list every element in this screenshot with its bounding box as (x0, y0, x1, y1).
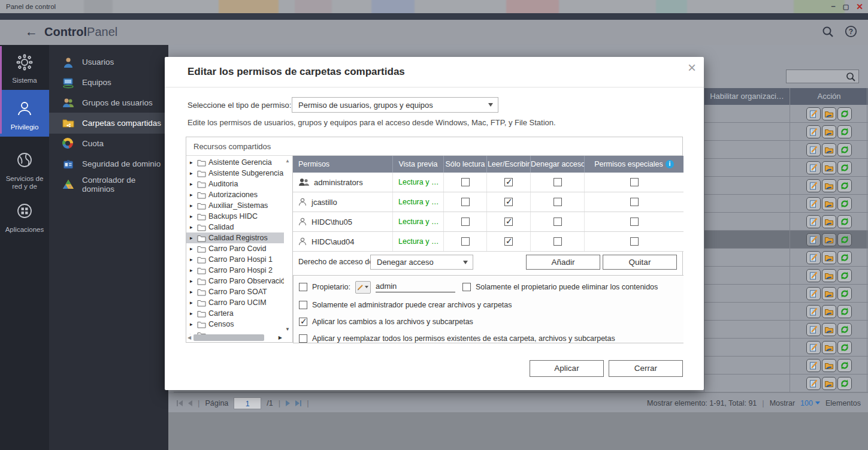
tree-item[interactable]: ▸ Backups HIDC (186, 211, 284, 222)
edit-properties-button[interactable] (806, 341, 821, 354)
tree-item[interactable]: ▸ Carro Paro Hospi 1 (186, 254, 284, 265)
preview-link[interactable]: Lectura y … (398, 218, 438, 226)
read-only-checkbox[interactable] (461, 198, 470, 206)
expander-icon[interactable]: ▸ (190, 278, 195, 284)
remove-button[interactable]: Quitar (603, 255, 677, 270)
expander-icon[interactable]: ▸ (190, 321, 195, 327)
apply-replace-checkbox[interactable] (299, 334, 307, 343)
tree-item[interactable]: ▸ Auditoria (186, 179, 284, 189)
tree-item[interactable]: ▸ Calidad (186, 222, 284, 232)
sidebar-item-seguridad[interactable]: Seguridad de dominio (49, 153, 168, 174)
tree-item[interactable]: ▸ Asistente Subgerencia Cie (186, 168, 284, 179)
sidebar-item-privilegio[interactable]: Privilegio (0, 90, 49, 137)
special-permissions-checkbox[interactable] (630, 198, 639, 206)
sidebar-item-usuarios[interactable]: Usuarios (49, 52, 168, 73)
search-icon[interactable] (822, 26, 834, 40)
refresh-button[interactable] (837, 125, 852, 138)
permission-row-administrators[interactable]: administrators Lectura y … (293, 173, 683, 192)
tree-item[interactable]: ▸ Carro Paro SOAT (186, 286, 284, 297)
expander-icon[interactable]: ▸ (190, 300, 195, 306)
maximize-button[interactable]: ▢ (843, 0, 849, 13)
owner-checkbox[interactable] (299, 283, 307, 291)
deny-access-checkbox[interactable] (554, 178, 562, 186)
owner-only-delete-checkbox[interactable] (462, 283, 471, 291)
edit-properties-button[interactable] (806, 323, 821, 336)
edit-shared-folder-permissions-button[interactable] (822, 143, 836, 156)
close-dialog-button[interactable]: Cerrar (609, 360, 683, 377)
scroll-left-icon[interactable]: ◀ (187, 335, 191, 340)
read-write-checkbox[interactable] (504, 178, 513, 186)
edit-properties-button[interactable] (806, 377, 821, 390)
add-button[interactable]: Añadir (526, 255, 600, 270)
permission-type-select[interactable]: Permiso de usuarios, grupos y equipos (292, 97, 498, 113)
special-permissions-checkbox[interactable] (630, 237, 639, 246)
expander-icon[interactable]: ▸ (190, 289, 195, 295)
edit-properties-button[interactable] (806, 125, 821, 138)
special-permissions-checkbox[interactable] (630, 218, 639, 226)
tree-item[interactable]: ▸ Carro Paro Observación (186, 276, 284, 286)
refresh-button[interactable] (837, 161, 852, 174)
refresh-button[interactable] (837, 287, 852, 300)
edit-shared-folder-permissions-button[interactable] (822, 287, 836, 300)
tree-item[interactable]: ▸ Carro Paro UCIM (186, 297, 284, 308)
refresh-button[interactable] (837, 107, 852, 120)
tree-item[interactable]: ▸ Censos (186, 319, 284, 330)
edit-properties-button[interactable] (806, 107, 821, 120)
edit-properties-button[interactable] (806, 359, 821, 372)
permission-row-hidc-thu05[interactable]: HIDC\thu05 Lectura y … (293, 212, 683, 232)
edit-shared-folder-permissions-button[interactable] (822, 179, 836, 192)
tree-item[interactable]: ▸ Cartera (186, 308, 284, 319)
edit-shared-folder-permissions-button[interactable] (822, 341, 836, 354)
page-number-input[interactable]: 1 (234, 397, 261, 409)
deny-access-checkbox[interactable] (554, 198, 562, 206)
tree-item[interactable]: ▸ Auxiliar_Sistemas (186, 200, 284, 211)
first-page-button[interactable] (177, 400, 183, 406)
deny-access-checkbox[interactable] (554, 218, 562, 226)
column-header-habilitar[interactable]: Habilitar organizaci… (704, 88, 790, 105)
tree-vertical-scrollbar[interactable]: ▲ ▼ (284, 157, 292, 333)
sidebar-item-equipos[interactable]: Equipos (49, 72, 168, 93)
edit-shared-folder-permissions-button[interactable] (822, 107, 836, 120)
refresh-button[interactable] (837, 341, 852, 354)
edit-shared-folder-permissions-button[interactable] (822, 359, 836, 372)
edit-shared-folder-permissions-button[interactable] (822, 125, 836, 138)
read-only-checkbox[interactable] (461, 178, 470, 186)
refresh-button[interactable] (837, 215, 852, 228)
edit-shared-folder-permissions-button[interactable] (822, 377, 836, 390)
refresh-button[interactable] (837, 269, 852, 282)
refresh-button[interactable] (837, 197, 852, 210)
owner-value-field[interactable]: admin (376, 282, 455, 292)
preview-link[interactable]: Lectura y … (398, 237, 438, 246)
page-size-select[interactable]: 100 (800, 399, 820, 407)
scroll-right-icon[interactable]: ▶ (279, 335, 282, 340)
expander-icon[interactable]: ▸ (190, 159, 195, 165)
refresh-button[interactable] (837, 251, 852, 264)
sidebar-item-carpetas-compartidas[interactable]: Carpetas compartidas (49, 113, 168, 134)
edit-shared-folder-permissions-button[interactable] (822, 251, 836, 264)
read-only-checkbox[interactable] (461, 218, 470, 226)
expander-icon[interactable]: ▸ (190, 246, 195, 252)
expander-icon[interactable]: ▸ (190, 213, 195, 219)
help-icon[interactable]: ? (845, 25, 857, 40)
apply-button[interactable]: Aplicar (530, 360, 604, 377)
preview-link[interactable]: Lectura y … (398, 198, 438, 206)
expander-icon[interactable]: ▸ (190, 203, 195, 209)
read-write-checkbox[interactable] (504, 198, 513, 206)
read-write-checkbox[interactable] (504, 237, 513, 246)
expander-icon[interactable]: ▸ (190, 181, 195, 187)
tree-item[interactable]: ▸ Asistente Gerencia (186, 157, 284, 168)
edit-shared-folder-permissions-button[interactable] (822, 161, 836, 174)
close-button[interactable]: ✕ (856, 0, 863, 13)
sidebar-item-controlador[interactable]: Controlador de dominios (49, 174, 168, 195)
edit-properties-button[interactable] (806, 269, 821, 282)
edit-properties-button[interactable] (806, 233, 821, 246)
previous-page-button[interactable] (188, 400, 192, 406)
edit-properties-button[interactable] (806, 215, 821, 228)
expander-icon[interactable]: ▸ (190, 224, 195, 230)
table-search-input[interactable] (786, 70, 859, 83)
scroll-up-icon[interactable]: ▲ (285, 158, 290, 164)
expander-icon[interactable]: ▸ (190, 310, 195, 316)
read-write-checkbox[interactable] (504, 218, 513, 226)
last-page-button[interactable] (295, 400, 301, 406)
sidebar-item-servicios[interactable]: Servicios de red y de (0, 143, 49, 191)
